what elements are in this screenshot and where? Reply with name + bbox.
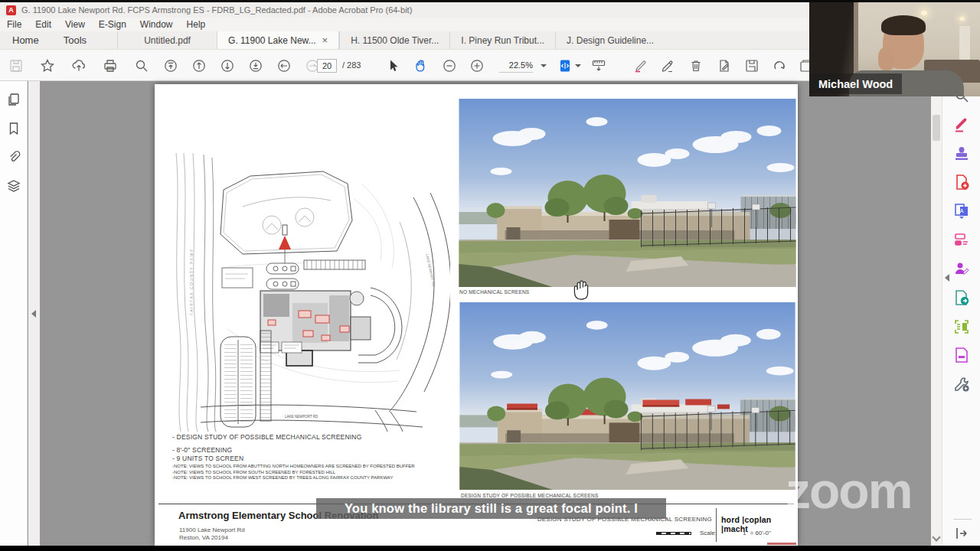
vertical-scrollbar[interactable] <box>931 81 942 546</box>
scrollbar-thumb[interactable] <box>933 115 940 141</box>
save-icon[interactable] <box>8 58 24 73</box>
fit-caret-icon[interactable] <box>575 64 581 67</box>
tab-label: H. 11500 Olde Tiver... <box>351 35 439 46</box>
live-caption-text: You know the library still is a great fo… <box>345 501 638 516</box>
create-pdf-icon[interactable] <box>953 174 970 191</box>
scale-label: Scale: <box>700 530 717 536</box>
page-up-icon[interactable] <box>191 58 207 73</box>
plan-notes: - DESIGN STUDY OF POSSIBLE MECHANICAL SC… <box>172 433 361 463</box>
collapse-left-pane-icon[interactable] <box>31 310 36 318</box>
zoom-level-select[interactable]: 22.5% <box>499 60 533 73</box>
menu-help[interactable]: Help <box>180 19 213 30</box>
find-icon[interactable] <box>134 58 149 73</box>
highlight-icon[interactable] <box>633 58 648 73</box>
rendering-with-screens <box>459 302 796 490</box>
hand-cursor-icon <box>570 279 593 303</box>
send-for-comments-icon[interactable] <box>953 289 970 306</box>
rendering-no-screens <box>459 99 796 287</box>
collapse-tools-panel-icon[interactable] <box>945 274 949 282</box>
zoom-watermark: zoom <box>786 465 911 516</box>
svg-text:A: A <box>960 208 964 214</box>
page-thumbnails-icon[interactable] <box>6 92 21 107</box>
scrollbar-down-icon[interactable] <box>932 533 940 541</box>
organize-pages-icon[interactable] <box>717 58 732 73</box>
footnote-line: -NOTE: VIEWS TO SCHOOL FROM ABUTTING NOR… <box>172 464 415 470</box>
tab-close-icon[interactable]: × <box>322 34 328 46</box>
fit-width-icon[interactable] <box>557 58 573 73</box>
more-tools-icon[interactable] <box>953 376 970 393</box>
menu-esign[interactable]: E-Sign <box>92 19 133 30</box>
address-line1: 11900 Lake Newport Rd <box>179 527 245 534</box>
prepare-form-icon[interactable] <box>953 231 970 248</box>
stamp-icon[interactable] <box>953 145 970 162</box>
tab-lake-newport-active[interactable]: G. 11900 Lake New... × <box>217 31 339 49</box>
zoom-out-icon[interactable] <box>442 58 457 73</box>
panel-divider <box>953 519 972 520</box>
select-tool-icon[interactable] <box>386 58 401 73</box>
note-line: - DESIGN STUDY OF POSSIBLE MECHANICAL SC… <box>172 433 361 442</box>
plan-parkway-label: FAIRFAX COUNTY PKWY <box>189 248 194 315</box>
tab-label: I. Piney Run Tribut... <box>461 35 544 46</box>
video-letterbox-top <box>0 0 980 2</box>
menu-edit[interactable]: Edit <box>28 19 58 30</box>
tab-piney-run[interactable]: I. Piney Run Tribut... <box>449 31 555 49</box>
rendering-top-caption: NO MECHANICAL SCREENS <box>459 289 529 295</box>
bookmarks-icon[interactable] <box>6 121 21 136</box>
project-address: 11900 Lake Newport Rd Reston, VA 20194 <box>179 527 245 542</box>
pdf-page: FAIRFAX COUNTY PKWY <box>155 84 798 546</box>
left-navigation-rail <box>0 81 28 546</box>
title-block-vline <box>716 508 717 542</box>
first-page-icon[interactable] <box>163 58 178 73</box>
window-title: G. 11900 Lake Newport Rd. FCPS Armstrong… <box>21 5 412 15</box>
zoom-in-icon[interactable] <box>469 58 485 73</box>
participant-hair <box>881 15 926 35</box>
site-plan-drawing: FAIRFAX COUNTY PKWY <box>170 153 450 432</box>
rendering-bottom-caption: DESIGN STUDY OF POSSIBLE MECHANICAL SCRE… <box>461 493 598 498</box>
page-down-icon[interactable] <box>220 58 235 73</box>
delete-pages-icon[interactable] <box>688 58 704 73</box>
hand-tool-icon[interactable] <box>413 58 429 73</box>
star-icon[interactable] <box>40 58 55 73</box>
menu-window[interactable]: Window <box>133 19 180 30</box>
plan-footnotes: -NOTE: VIEWS TO SCHOOL FROM ABUTTING NOR… <box>172 464 415 481</box>
print-icon[interactable] <box>103 58 118 73</box>
tab-untitled[interactable]: Untitled.pdf <box>117 31 217 49</box>
tab-tools[interactable]: Tools <box>51 31 99 49</box>
page-total-label: / 283 <box>342 60 361 70</box>
acrobat-logo-icon: A <box>6 5 16 15</box>
next-page-jump-icon[interactable] <box>953 525 970 542</box>
redact-icon[interactable] <box>953 347 970 364</box>
participant-hand <box>878 47 895 70</box>
footnote-line: -NOTE: VIEWS TO SCHOOL FROM SOUTH SCREEN… <box>172 470 415 476</box>
zoom-caret-icon[interactable] <box>541 64 547 67</box>
webcam-video-tile: Michael Wood <box>809 0 980 96</box>
attachments-icon[interactable] <box>6 149 21 165</box>
layers-icon[interactable] <box>6 178 21 194</box>
menu-file[interactable]: File <box>0 19 28 30</box>
participant-name: Michael Wood <box>818 78 893 90</box>
video-letterbox-bottom <box>0 546 980 551</box>
plan-road-right-label: LAKE NEWPORT RD <box>425 254 436 288</box>
scale-bar <box>656 532 691 535</box>
presentation-icon[interactable] <box>591 58 606 73</box>
last-page-icon[interactable] <box>248 58 263 73</box>
page-number-input[interactable]: 20 <box>317 59 337 73</box>
scale-value: 1" = 60'-0" <box>743 530 771 536</box>
tab-home[interactable]: Home <box>0 31 51 49</box>
tab-olde-tiver[interactable]: H. 11500 Olde Tiver... <box>339 31 449 49</box>
tab-design-guidelines[interactable]: J. Design Guideline... <box>555 31 665 49</box>
tab-label: J. Design Guideline... <box>567 35 654 46</box>
edit-pdf-icon[interactable] <box>953 116 970 133</box>
share-cloud-icon[interactable] <box>71 58 87 73</box>
ceiling-light <box>921 11 927 15</box>
note-line: - 8'-0" SCREENING <box>172 446 361 455</box>
request-signatures-icon[interactable] <box>953 260 970 277</box>
previous-view-icon[interactable] <box>276 58 292 73</box>
menu-view[interactable]: View <box>58 19 92 30</box>
redo-icon[interactable] <box>772 58 787 73</box>
save-as-icon[interactable] <box>744 58 760 73</box>
export-pdf-icon[interactable]: A <box>953 202 970 219</box>
scan-ocr-icon[interactable] <box>953 318 970 335</box>
sign-icon[interactable] <box>660 58 675 73</box>
note-line: - 9 UNITS TO SCREEN <box>172 455 361 463</box>
